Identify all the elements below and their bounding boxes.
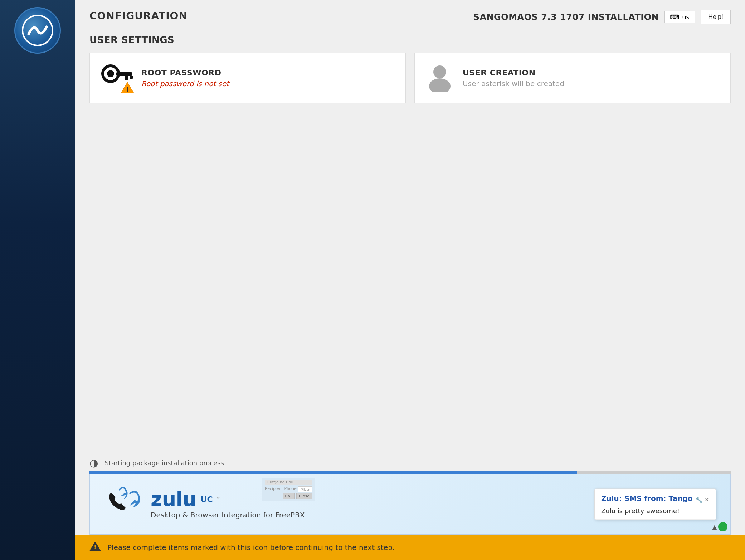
user-creation-card[interactable]: USER CREATION User asterisk will be crea… (414, 53, 731, 103)
user-creation-title: USER CREATION (463, 68, 564, 77)
progress-area: ◑ Starting package installation process (75, 453, 745, 471)
progress-text: Starting package installation process (104, 459, 224, 467)
content-spacer (75, 103, 745, 453)
svg-point-9 (429, 78, 451, 92)
zulu-brand-text: zulu (151, 489, 196, 509)
progress-bar-fill (89, 471, 577, 474)
svg-point-2 (107, 70, 114, 77)
sms-body: Zulu is pretty awesome! (601, 507, 680, 515)
warning-icon: ! (121, 72, 134, 98)
zulu-name-wrap: zulu UC ™ (151, 489, 221, 509)
keyboard-icon: ⌨ (670, 13, 679, 21)
cards-area: ! ROOT PASSWORD Root password is not set (75, 53, 745, 103)
user-creation-subtitle: User asterisk will be created (463, 79, 564, 88)
keyboard-selector[interactable]: ⌨ us (664, 11, 695, 23)
os-title: SANGOMAOS 7.3 1707 INSTALLATION (473, 12, 659, 22)
header: CONFIGURATION SANGOMAOS 7.3 1707 INSTALL… (75, 0, 745, 28)
sms-minimize-icon: 🔧 (695, 496, 702, 503)
root-password-text: ROOT PASSWORD Root password is not set (141, 68, 229, 88)
main-content: CONFIGURATION SANGOMAOS 7.3 1707 INSTALL… (75, 0, 745, 560)
user-creation-text: USER CREATION User asterisk will be crea… (463, 68, 564, 88)
svg-point-8 (433, 65, 446, 78)
user-icon (427, 64, 453, 92)
tray-arrow-icon: ▲ (712, 524, 717, 530)
progress-bar-wrap (89, 471, 731, 474)
zulu-tm-label: ™ (216, 496, 221, 502)
root-password-subtitle: Root password is not set (141, 79, 229, 88)
root-password-title: ROOT PASSWORD (141, 68, 229, 77)
spinner-icon: ◑ (89, 457, 98, 469)
logo-icon (21, 14, 54, 46)
sms-close-icon: ✕ (705, 496, 709, 503)
zulu-phone-icon (101, 479, 143, 529)
root-password-icon-area: ! (101, 64, 133, 92)
ad-mini-screenshot: Outgoing Call Recipient PhoneMBG Call Cl… (262, 478, 315, 501)
config-title: CONFIGURATION (89, 10, 188, 22)
footer-warning-text: Please complete items marked with this i… (107, 543, 395, 552)
footer-warning-icon: ! (89, 541, 101, 554)
svg-text:!: ! (126, 85, 129, 93)
tray-icons: ▲ (712, 522, 727, 531)
sms-notification: Zulu: SMS from: Tango 🔧 ✕ Zulu is pretty… (594, 489, 716, 520)
sms-header: Zulu: SMS from: Tango (601, 494, 692, 503)
footer-warning: ! Please complete items marked with this… (75, 535, 745, 560)
key-icon: ! (101, 64, 133, 96)
header-right: SANGOMAOS 7.3 1707 INSTALLATION ⌨ us Hel… (473, 10, 731, 24)
keyboard-lang: us (682, 13, 690, 21)
sms-controls: 🔧 ✕ (695, 496, 709, 503)
svg-text:!: ! (94, 544, 96, 551)
user-icon-wrap (425, 64, 454, 92)
zulu-uc-label: UC (201, 495, 213, 504)
tray-green-dot (718, 522, 727, 531)
sidebar (0, 0, 75, 560)
section-title: USER SETTINGS (75, 28, 745, 53)
sidebar-logo (14, 7, 61, 54)
ad-tagline: Desktop & Browser Integration for FreePB… (151, 511, 305, 519)
root-password-card[interactable]: ! ROOT PASSWORD Root password is not set (89, 53, 406, 103)
help-button[interactable]: Help! (701, 10, 731, 24)
ad-banner: zulu UC ™ Desktop & Browser Integration … (89, 474, 731, 535)
